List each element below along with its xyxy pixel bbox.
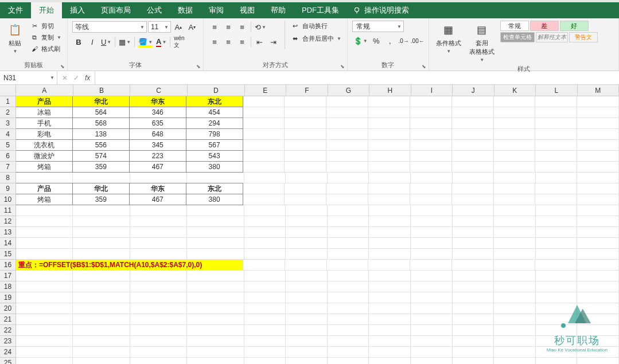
cell-K24[interactable] (494, 347, 536, 358)
cell-L16[interactable] (535, 260, 577, 271)
cell-D8[interactable] (187, 173, 244, 183)
cell-H2[interactable] (368, 107, 410, 118)
cell-C14[interactable] (130, 238, 187, 249)
row-header-3[interactable]: 3 (0, 118, 16, 129)
cell-L4[interactable] (535, 129, 577, 140)
col-header-G[interactable]: G (328, 85, 370, 96)
cell-D2[interactable]: 454 (186, 107, 243, 118)
cell-D9[interactable]: 东北 (186, 183, 243, 194)
cell-G16[interactable] (327, 260, 369, 271)
cell-D4[interactable]: 798 (186, 128, 243, 140)
tab-page-layout[interactable]: 页面布局 (93, 2, 139, 18)
cell-G9[interactable] (326, 183, 368, 194)
cell-H19[interactable] (369, 292, 411, 303)
cell-D10[interactable]: 380 (186, 194, 243, 205)
cell-I6[interactable] (410, 151, 452, 162)
row-header-16[interactable]: 16 (0, 260, 16, 271)
row-header-17[interactable]: 17 (0, 271, 16, 281)
bold-button[interactable]: B (72, 36, 85, 48)
col-header-M[interactable]: M (578, 85, 619, 96)
cell-B23[interactable] (73, 336, 130, 347)
cell-I25[interactable] (411, 358, 453, 364)
cell-K6[interactable] (494, 151, 536, 162)
cell-M21[interactable] (577, 314, 619, 325)
cell-G7[interactable] (326, 162, 368, 173)
cell-D21[interactable] (187, 314, 244, 325)
cell-L14[interactable] (536, 238, 578, 249)
cell-G23[interactable] (328, 336, 369, 347)
copy-button[interactable]: ⧉复制▼ (29, 32, 63, 42)
cell-D20[interactable] (187, 303, 244, 314)
cell-J15[interactable] (453, 249, 495, 260)
cell-I22[interactable] (411, 325, 453, 336)
cell-B15[interactable] (73, 249, 130, 260)
fx-icon[interactable]: fx (85, 74, 90, 82)
cell-I5[interactable] (410, 140, 452, 151)
cell-E18[interactable] (244, 281, 286, 292)
cell-B11[interactable] (73, 205, 130, 216)
cell-K15[interactable] (494, 249, 536, 260)
row-header-19[interactable]: 19 (0, 292, 16, 303)
orientation-button[interactable]: ⟲▼ (254, 21, 267, 33)
cell-J25[interactable] (453, 358, 495, 364)
cell-J1[interactable] (452, 96, 494, 107)
cell-F7[interactable] (285, 162, 326, 173)
cell-F6[interactable] (285, 151, 326, 162)
cell-A8[interactable] (16, 173, 73, 183)
cell-L18[interactable] (536, 281, 578, 292)
cell-H6[interactable] (368, 151, 410, 162)
cell-E7[interactable] (243, 162, 285, 173)
cell-C7[interactable]: 467 (129, 161, 186, 173)
row-header-24[interactable]: 24 (0, 347, 16, 358)
row-header-15[interactable]: 15 (0, 249, 16, 260)
cell-F24[interactable] (286, 347, 328, 358)
cell-G4[interactable] (326, 129, 368, 140)
cell-B6[interactable]: 574 (72, 150, 130, 162)
cell-D14[interactable] (187, 238, 244, 249)
cell-E11[interactable] (244, 205, 286, 216)
cell-A21[interactable] (16, 314, 73, 325)
cell-H23[interactable] (369, 336, 411, 347)
cell-J22[interactable] (453, 325, 495, 336)
paste-button[interactable]: 📋 粘贴 ▼ (5, 21, 25, 55)
cell-L8[interactable] (536, 173, 578, 183)
row-header-10[interactable]: 10 (0, 194, 16, 205)
cell-K3[interactable] (494, 118, 536, 129)
cell-K8[interactable] (494, 173, 536, 183)
cell-E21[interactable] (244, 314, 286, 325)
cell-L24[interactable] (536, 347, 578, 358)
cell-K14[interactable] (494, 238, 536, 249)
cell-C5[interactable]: 345 (129, 139, 186, 151)
tab-file[interactable]: 文件 (0, 2, 31, 18)
cell-M19[interactable] (577, 292, 619, 303)
cell-B2[interactable]: 564 (72, 107, 130, 118)
cell-C2[interactable]: 346 (129, 107, 186, 118)
cell-F21[interactable] (286, 314, 328, 325)
cell-C22[interactable] (130, 325, 187, 336)
align-left-button[interactable]: ≡ (208, 36, 221, 48)
format-as-table-button[interactable]: ▤ 套用 表格格式▼ (467, 21, 497, 64)
col-header-F[interactable]: F (286, 85, 328, 96)
row-header-18[interactable]: 18 (0, 281, 16, 292)
cell-J18[interactable] (453, 281, 495, 292)
cell-G8[interactable] (328, 173, 369, 183)
alignment-launcher[interactable]: ⬊ (340, 64, 345, 69)
cell-H16[interactable] (368, 260, 410, 271)
cell-E1[interactable] (243, 96, 285, 107)
col-header-I[interactable]: I (411, 85, 453, 96)
cell-M7[interactable] (577, 162, 619, 173)
align-bottom-button[interactable]: ≡ (236, 21, 248, 33)
wrap-text-button[interactable]: ↩自动换行 (290, 21, 342, 31)
cell-K1[interactable] (494, 96, 536, 107)
cell-L15[interactable] (536, 249, 578, 260)
cell-C20[interactable] (130, 303, 187, 314)
cell-J14[interactable] (453, 238, 495, 249)
cell-L6[interactable] (535, 151, 577, 162)
col-header-B[interactable]: B (73, 85, 131, 96)
cell-G6[interactable] (326, 151, 368, 162)
cell-H18[interactable] (369, 281, 411, 292)
cell-E17[interactable] (244, 271, 286, 281)
cell-B13[interactable] (73, 227, 130, 238)
cell-H17[interactable] (369, 271, 411, 281)
font-launcher[interactable]: ⬊ (196, 64, 201, 69)
